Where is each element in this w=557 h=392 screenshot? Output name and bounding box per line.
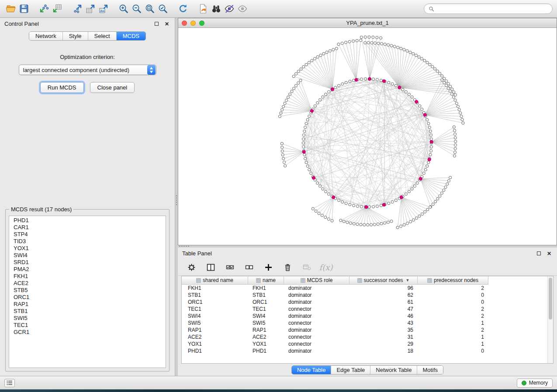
table-row[interactable]: STB1 STB1 dominator 62 0 bbox=[182, 292, 547, 299]
tab-network-table[interactable]: Network Table bbox=[370, 366, 417, 374]
zoom-out-button[interactable] bbox=[130, 2, 143, 15]
close-window-button[interactable] bbox=[182, 21, 187, 26]
save-session-button[interactable] bbox=[17, 2, 31, 15]
result-node[interactable]: STB5 bbox=[9, 287, 166, 294]
result-node[interactable]: YOX1 bbox=[9, 245, 166, 252]
export-table-button[interactable] bbox=[84, 2, 97, 15]
main-toolbar bbox=[0, 0, 557, 18]
close-table-panel-button[interactable]: ✕ bbox=[546, 250, 553, 257]
deselect-all-rows-button[interactable] bbox=[242, 261, 256, 274]
result-node[interactable]: SRD1 bbox=[9, 259, 166, 266]
column-header-name[interactable]: name bbox=[248, 276, 284, 285]
network-canvas[interactable] bbox=[178, 28, 557, 245]
show-panels-button[interactable] bbox=[4, 379, 15, 387]
run-mcds-button[interactable]: Run MCDS bbox=[40, 82, 84, 93]
network-graph[interactable] bbox=[178, 28, 557, 245]
close-panel-button[interactable]: ✕ bbox=[163, 21, 170, 28]
result-node[interactable]: SWI4 bbox=[9, 252, 166, 259]
desktop-background bbox=[0, 389, 557, 392]
cell-name: ACE2 bbox=[248, 334, 284, 340]
result-node[interactable]: STB1 bbox=[9, 308, 166, 315]
open-session-button[interactable] bbox=[4, 2, 17, 15]
table-row[interactable]: SWI4 SWI4 dominator 46 2 bbox=[182, 313, 547, 320]
table-row[interactable]: YOX1 YOX1 connector 29 1 bbox=[182, 340, 547, 347]
result-node[interactable]: TID3 bbox=[9, 238, 166, 245]
table-row[interactable]: FKH1 FKH1 dominator 96 2 bbox=[182, 285, 547, 292]
sort-chevron-icon: ▼ bbox=[406, 278, 410, 282]
zoom-selected-button[interactable] bbox=[156, 2, 170, 15]
table-row[interactable]: ACE2 ACE2 connector 31 1 bbox=[182, 334, 547, 340]
search-field[interactable] bbox=[424, 3, 553, 14]
table-row[interactable]: RAP1 RAP1 dominator 35 2 bbox=[182, 327, 547, 334]
column-header-successor-nodes[interactable]: successor nodes ▼ bbox=[349, 276, 418, 285]
maximize-window-button[interactable] bbox=[199, 21, 204, 26]
result-node[interactable]: TEC1 bbox=[9, 322, 166, 329]
function-builder-button[interactable]: f(x) bbox=[319, 261, 332, 274]
float-table-panel-button[interactable] bbox=[535, 250, 542, 257]
cell-successor-nodes: 35 bbox=[349, 327, 418, 333]
apply-layout-button[interactable] bbox=[176, 2, 190, 15]
cell-predecessor-nodes: 0 bbox=[418, 292, 488, 298]
delete-column-button[interactable] bbox=[281, 261, 294, 274]
vertical-splitter[interactable] bbox=[175, 18, 178, 376]
toggle-graphics-details-button[interactable] bbox=[223, 2, 236, 15]
result-node[interactable]: STP4 bbox=[9, 231, 166, 238]
result-node[interactable]: ACE2 bbox=[9, 280, 166, 287]
horizontal-splitter[interactable] bbox=[178, 245, 557, 248]
search-input[interactable] bbox=[437, 6, 548, 12]
import-network-button[interactable] bbox=[38, 2, 51, 15]
optimization-criterion-select[interactable]: largest connected component (undirected) bbox=[19, 65, 156, 75]
table-scrollbar[interactable] bbox=[547, 276, 553, 363]
cell-shared-name: SWI5 bbox=[182, 320, 248, 326]
tab-motifs[interactable]: Motifs bbox=[417, 366, 443, 374]
memory-button[interactable]: Memory bbox=[517, 378, 553, 388]
result-node[interactable]: ORC1 bbox=[9, 294, 166, 301]
close-mcds-panel-button[interactable]: Close panel bbox=[90, 82, 135, 93]
column-label: successor nodes bbox=[364, 277, 403, 283]
result-node[interactable]: RAP1 bbox=[9, 301, 166, 308]
minimize-window-button[interactable] bbox=[190, 21, 196, 26]
node-table-header: shared name name MCDS role bbox=[182, 276, 547, 285]
table-row[interactable]: ORC1 ORC1 dominator 61 0 bbox=[182, 299, 547, 306]
cell-shared-name: SWI4 bbox=[182, 313, 248, 319]
column-header-predecessor-nodes[interactable]: predecessor nodes bbox=[418, 276, 488, 285]
control-panel-tabs: Network Style Select MCDS bbox=[0, 30, 175, 44]
cell-mcds-role: dominator bbox=[284, 327, 349, 333]
table-row[interactable]: PHD1 PHD1 dominator 18 0 bbox=[182, 347, 547, 354]
float-panel-button[interactable] bbox=[153, 21, 160, 28]
table-row[interactable]: TEC1 TEC1 connector 47 2 bbox=[182, 306, 547, 313]
table-settings-button[interactable] bbox=[185, 261, 198, 274]
tab-network[interactable]: Network bbox=[29, 32, 63, 40]
import-table-button[interactable] bbox=[51, 2, 64, 15]
tab-edge-table[interactable]: Edge Table bbox=[331, 366, 370, 374]
delete-table-button[interactable] bbox=[300, 261, 313, 274]
result-node[interactable]: GCR1 bbox=[9, 329, 166, 336]
add-column-button[interactable] bbox=[262, 261, 275, 274]
export-network-button[interactable] bbox=[71, 2, 84, 15]
column-header-mcds-role[interactable]: MCDS role bbox=[284, 276, 349, 285]
column-header-shared-name[interactable]: shared name bbox=[182, 276, 248, 285]
show-columns-button[interactable] bbox=[204, 261, 217, 274]
eye-preview-button[interactable] bbox=[236, 2, 249, 15]
tab-node-table[interactable]: Node Table bbox=[292, 366, 332, 374]
control-panel-header: Control Panel ✕ bbox=[0, 18, 175, 30]
tab-select[interactable]: Select bbox=[88, 32, 117, 40]
table-row[interactable]: SWI5 SWI5 connector 43 1 bbox=[182, 320, 547, 327]
result-node[interactable]: CAR1 bbox=[9, 224, 166, 231]
memory-label: Memory bbox=[529, 380, 548, 386]
result-node[interactable]: FKH1 bbox=[9, 273, 166, 280]
tab-mcds[interactable]: MCDS bbox=[117, 32, 145, 40]
share-document-button[interactable] bbox=[197, 2, 210, 15]
export-image-button[interactable] bbox=[97, 2, 110, 15]
cell-successor-nodes: 31 bbox=[349, 334, 418, 340]
select-all-rows-button[interactable] bbox=[223, 261, 236, 274]
zoom-in-button[interactable] bbox=[117, 2, 130, 15]
find-binoculars-button[interactable] bbox=[210, 2, 223, 15]
result-node[interactable]: SWI5 bbox=[9, 315, 166, 322]
scrollbar-thumb[interactable] bbox=[549, 278, 552, 320]
zoom-fit-button[interactable] bbox=[143, 2, 156, 15]
result-node[interactable]: PMA2 bbox=[9, 266, 166, 273]
tab-style[interactable]: Style bbox=[63, 32, 88, 40]
result-node[interactable]: PHD1 bbox=[9, 217, 166, 224]
mcds-result-list[interactable]: PHD1 CAR1 STP4 TID3 YOX1 SWI4 SRD1 bbox=[9, 216, 166, 368]
